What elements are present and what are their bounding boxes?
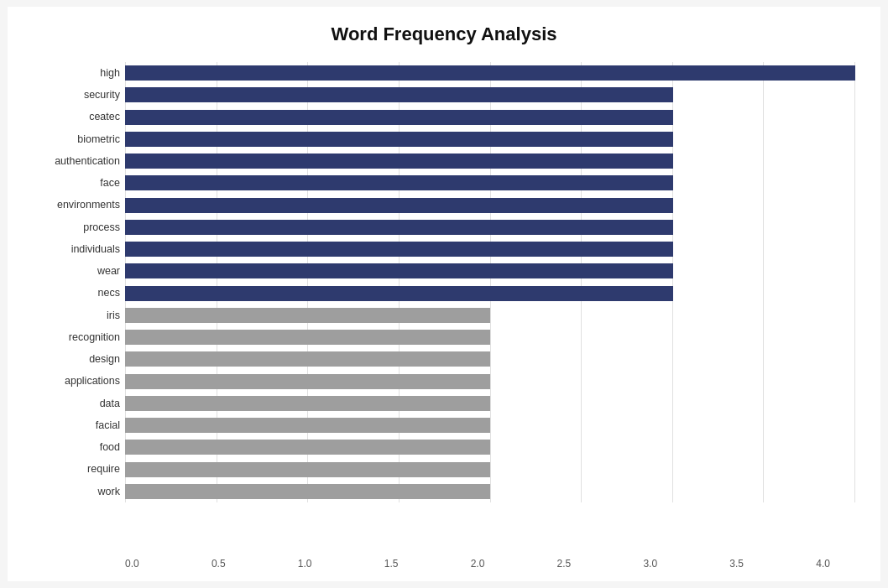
y-label: process: [33, 222, 120, 233]
y-label: biometric: [33, 134, 120, 145]
bar-row: [125, 416, 855, 434]
y-label: require: [33, 464, 120, 475]
bar: [125, 110, 673, 125]
bar: [125, 175, 673, 190]
grid-line: [854, 62, 855, 502]
bar-row: [125, 174, 855, 192]
bar-row: [125, 196, 855, 215]
y-label: face: [33, 178, 120, 189]
chart-area: highsecurityceatecbiometricauthenticatio…: [33, 62, 855, 502]
grid-line: [125, 62, 126, 502]
x-tick-label: 1.0: [298, 558, 312, 570]
grid-line: [763, 62, 764, 502]
x-tick-label: 0.0: [125, 558, 139, 570]
bar: [125, 440, 490, 455]
x-tick-wrap: 4.0: [816, 558, 830, 570]
bar: [125, 374, 490, 389]
x-tick-wrap: 2.0: [471, 558, 485, 570]
bar-row: [125, 152, 855, 170]
bar-row: [125, 284, 855, 303]
bar-row: [125, 482, 855, 501]
bar-row: [125, 438, 855, 456]
y-label: design: [33, 354, 120, 365]
bar: [125, 65, 855, 81]
bar: [125, 132, 673, 147]
y-label: individuals: [33, 244, 120, 255]
bar: [125, 286, 673, 301]
bar: [125, 308, 490, 323]
x-tick-wrap: 3.5: [729, 558, 744, 570]
bars-and-grid: [125, 62, 855, 502]
bar-row: [125, 130, 855, 148]
bar-row: [125, 64, 855, 82]
bar: [125, 242, 673, 257]
grid-lines: [125, 62, 855, 502]
x-tick-label: 2.5: [557, 558, 572, 570]
x-tick-label: 4.0: [816, 558, 830, 570]
chart-wrapper: highsecurityceatecbiometricauthenticatio…: [33, 62, 855, 570]
bar-row: [125, 350, 855, 368]
grid-line: [672, 62, 673, 502]
y-label: ceatec: [33, 112, 120, 122]
bar: [125, 220, 673, 235]
bar: [125, 87, 673, 102]
chart-container: Word Frequency Analysis highsecurityceat…: [8, 7, 880, 581]
y-label: iris: [33, 310, 120, 321]
x-tick-wrap: 0.5: [212, 558, 226, 570]
x-tick-label: 3.5: [729, 558, 744, 570]
y-label: wear: [33, 266, 120, 277]
y-label: applications: [33, 376, 120, 387]
chart-title: Word Frequency Analysis: [33, 23, 855, 45]
bar: [125, 330, 490, 345]
bar: [125, 396, 490, 411]
x-tick-wrap: 1.5: [384, 558, 399, 570]
x-tick-label: 1.5: [384, 558, 399, 570]
bar: [125, 484, 490, 499]
x-tick-label: 2.0: [471, 558, 485, 570]
bar: [125, 263, 673, 278]
x-axis: 0.00.51.01.52.02.53.03.54.0Frequency: [125, 558, 830, 570]
y-label: facial: [33, 420, 120, 431]
bar: [125, 351, 490, 367]
y-label: necs: [33, 288, 120, 299]
bar-row: [125, 328, 855, 346]
grid-line: [217, 62, 217, 502]
bar: [125, 154, 673, 169]
x-tick-wrap: 1.0: [298, 558, 312, 570]
bar-row: [125, 108, 855, 127]
bar-row: [125, 86, 855, 104]
grid-line: [399, 62, 400, 502]
bar-row: [125, 372, 855, 391]
bar: [125, 418, 490, 433]
x-tick-wrap: 3.0: [643, 558, 657, 570]
bar-row: [125, 262, 855, 280]
bar: [125, 462, 490, 477]
y-label: security: [33, 90, 120, 101]
bar-row: [125, 240, 855, 258]
x-tick-label: 0.5: [212, 558, 226, 570]
x-tick-wrap: 0.0: [125, 558, 139, 570]
grid-line: [581, 62, 582, 502]
grid-line: [307, 62, 308, 502]
y-label: environments: [33, 200, 120, 211]
y-label: high: [33, 68, 120, 79]
x-tick-label: 3.0: [643, 558, 657, 570]
y-label: authentication: [33, 156, 120, 167]
bar-row: [125, 218, 855, 237]
grid-line: [490, 62, 491, 502]
y-label: data: [33, 398, 120, 409]
y-label: work: [33, 487, 120, 497]
x-tick-wrap: 2.5: [557, 558, 572, 570]
bar-row: [125, 461, 855, 479]
bar-row: [125, 394, 855, 413]
bar-row: [125, 306, 855, 325]
y-labels: highsecurityceatecbiometricauthenticatio…: [33, 62, 125, 502]
y-label: food: [33, 442, 120, 453]
bar: [125, 198, 673, 213]
y-label: recognition: [33, 332, 120, 343]
